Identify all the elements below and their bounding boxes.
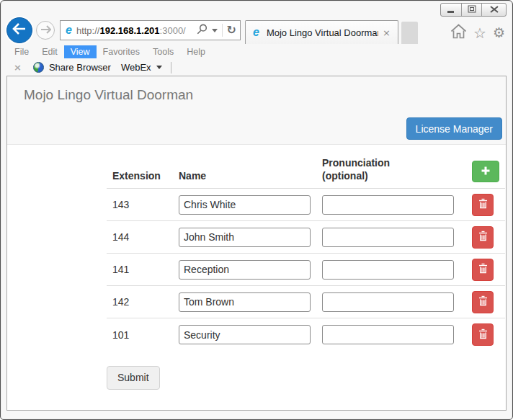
refresh-icon[interactable]: ↻ (227, 24, 236, 36)
add-row-button[interactable] (472, 161, 499, 182)
webex-label: WebEx (121, 62, 151, 73)
tab-favicon-ie-icon: e (253, 26, 259, 39)
browser-window: e http://192.168.1.201:3000/ ↻ e Mojo Li… (0, 0, 513, 420)
trash-icon (478, 295, 488, 308)
menu-favorites[interactable]: Favorites (97, 45, 146, 58)
back-arrow-icon (12, 23, 27, 37)
close-icon (490, 4, 499, 15)
search-dropdown-caret-icon[interactable] (212, 29, 218, 32)
name-input[interactable] (179, 292, 311, 312)
back-button[interactable] (6, 17, 32, 43)
table-row: 101 (107, 318, 505, 351)
share-browser-button[interactable]: Share Browser (49, 62, 111, 73)
extension-value: 141 (107, 254, 173, 286)
trash-icon (478, 198, 488, 211)
url-text: http://192.168.1.201:3000/ (76, 25, 197, 36)
menu-tools[interactable]: Tools (146, 45, 180, 58)
actions-column-header (466, 153, 505, 189)
pronunciation-header-line1: Pronunciation (322, 157, 390, 169)
extension-value: 142 (107, 286, 173, 318)
ie-logo-icon: e (66, 24, 72, 37)
forward-button[interactable] (36, 21, 55, 40)
table-header-row: Extension Name Pronunciation(optional) (107, 153, 505, 189)
addon-bar: × Share Browser WebEx (1, 59, 512, 76)
new-tab-button[interactable] (401, 22, 418, 44)
page-header: Mojo Lingo Virtual Doorman License Manag… (7, 76, 506, 145)
restore-button[interactable] (461, 4, 481, 16)
plus-icon (481, 166, 491, 178)
menu-edit[interactable]: Edit (35, 45, 64, 58)
extension-column-header: Extension (107, 153, 173, 189)
navigation-bar: e http://192.168.1.201:3000/ ↻ e Mojo Li… (1, 17, 512, 44)
delete-row-button[interactable] (472, 226, 494, 249)
forward-arrow-icon (40, 24, 51, 37)
divider (171, 62, 171, 73)
delete-row-button[interactable] (472, 323, 494, 346)
title-bar (1, 1, 512, 17)
menu-file[interactable]: File (8, 45, 35, 58)
pronunciation-input[interactable] (322, 228, 454, 247)
delete-row-button[interactable] (472, 194, 494, 216)
submit-button[interactable]: Submit (107, 366, 160, 390)
menu-view[interactable]: View (64, 45, 97, 58)
divider (222, 24, 223, 37)
search-icon[interactable] (197, 24, 208, 37)
table-row: 143 (107, 189, 505, 221)
pronunciation-input[interactable] (322, 260, 454, 280)
url-port-path: :3000/ (160, 25, 186, 36)
extension-value: 143 (107, 189, 173, 221)
name-input[interactable] (179, 195, 311, 215)
extension-value: 144 (107, 221, 173, 254)
url-scheme: http:// (76, 25, 100, 36)
webex-caret-icon (156, 66, 162, 69)
close-button[interactable] (481, 4, 506, 16)
pronunciation-input[interactable] (322, 325, 454, 344)
window-controls (440, 3, 507, 17)
name-input[interactable] (179, 325, 311, 344)
name-column-header: Name (173, 153, 316, 189)
menu-bar: File Edit View Favorites Tools Help (1, 44, 512, 59)
restore-icon (468, 4, 476, 15)
delete-row-button[interactable] (472, 291, 494, 313)
page-viewport: Mojo Lingo Virtual Doorman License Manag… (6, 76, 507, 411)
table-row: 144 (107, 221, 505, 254)
tab-title: Mojo Lingo Virtual Doorman (267, 27, 378, 38)
table-row: 141 (107, 254, 505, 286)
pronunciation-input[interactable] (322, 195, 454, 215)
trash-icon (478, 231, 488, 243)
pronunciation-header-line2: (optional) (322, 170, 368, 182)
minimize-icon (447, 4, 455, 15)
table-row: 142 (107, 286, 505, 318)
settings-gear-icon[interactable]: ⚙ (493, 26, 505, 40)
menu-help[interactable]: Help (180, 45, 212, 58)
addon-bar-close-icon[interactable]: × (14, 63, 22, 72)
delete-row-button[interactable] (472, 259, 494, 281)
minimize-button[interactable] (441, 4, 461, 16)
trash-icon (478, 329, 488, 341)
tab-mojo-lingo[interactable]: e Mojo Lingo Virtual Doorman × (245, 20, 398, 44)
name-input[interactable] (179, 260, 311, 280)
extensions-table: Extension Name Pronunciation(optional) 1… (107, 153, 505, 351)
favorites-star-icon[interactable]: ☆ (473, 26, 486, 40)
pronunciation-column-header: Pronunciation(optional) (316, 153, 466, 189)
webex-globe-icon (33, 62, 44, 73)
url-host: 192.168.1.201 (99, 25, 159, 36)
page-title: Mojo Lingo Virtual Doorman (24, 87, 193, 103)
pronunciation-input[interactable] (322, 292, 454, 312)
webex-dropdown[interactable]: WebEx (121, 62, 162, 73)
extension-value: 101 (107, 318, 173, 351)
address-bar[interactable]: e http://192.168.1.201:3000/ ↻ (60, 20, 241, 40)
license-manager-button[interactable]: License Manager (406, 117, 502, 140)
home-icon[interactable] (450, 24, 467, 42)
tab-close-icon[interactable]: × (381, 28, 392, 37)
trash-icon (478, 263, 488, 276)
name-input[interactable] (179, 228, 311, 247)
